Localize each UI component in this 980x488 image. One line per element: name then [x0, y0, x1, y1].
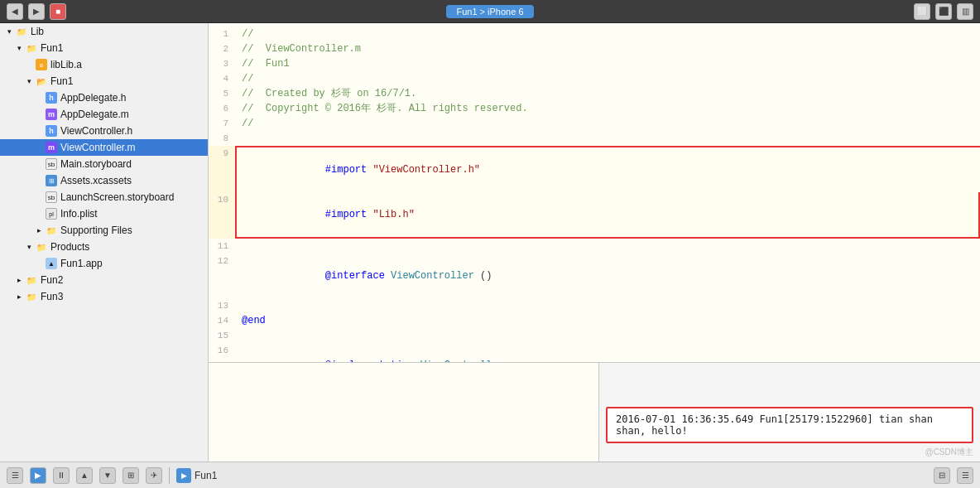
sidebar-label-viewcontroller-h: ViewController.h: [60, 125, 132, 137]
folder-open-icon-fun1: 📂: [35, 75, 48, 88]
arrow-supporting-files: [33, 225, 45, 236]
plist-icon: pl: [45, 207, 58, 220]
xcassets-icon: ⊞: [45, 174, 58, 187]
toolbar-btn-split[interactable]: ⊞: [122, 467, 139, 484]
sidebar-label-products: Products: [50, 241, 89, 253]
inspector-btn[interactable]: ☰: [957, 467, 973, 484]
folder-icon-fun2: 📁: [25, 273, 38, 287]
arrow-viewcontroller-h: [33, 125, 45, 137]
sidebar-label-main-storyboard: Main.storyboard: [60, 158, 132, 170]
console-output-box: 2016-07-01 16:36:35.649 Fun1[25179:15229…: [606, 407, 973, 443]
sidebar-item-supporting-files[interactable]: 📁 Supporting Files: [0, 222, 208, 239]
code-line-1: 1 //: [209, 27, 980, 41]
sidebar-item-viewcontroller-h[interactable]: h ViewController.h: [0, 123, 208, 139]
sidebar-item-launch-storyboard[interactable]: sb LaunchScreen.storyboard: [0, 189, 208, 205]
bottom-area: ☰ ▶ ⏸ ▲ ▼ ⊞ ✈ ▶ Fun1 ⊟ ☰: [0, 461, 980, 488]
folder-icon-products: 📁: [35, 240, 48, 254]
arrow-fun3: [13, 291, 25, 302]
code-line-7: 7 //: [209, 116, 980, 131]
arrow-appdelegate-m: [33, 109, 45, 120]
editor-area[interactable]: 1 // 2 // ViewController.m 3 // Fun1 4 /…: [209, 23, 980, 362]
stop-btn[interactable]: ■: [50, 3, 66, 20]
sidebar-label-fun1-group: Fun1: [50, 75, 73, 87]
scheme-selector[interactable]: Fun1 > iPhone 6: [446, 5, 533, 18]
target-icon: ▶: [176, 468, 191, 483]
folder-icon-fun1-root: 📁: [25, 41, 38, 55]
code-line-11: 11: [209, 239, 980, 254]
forward-btn[interactable]: ▶: [28, 3, 45, 20]
code-line-6: 6 // Copyright © 2016年 杉哥. All rights re…: [209, 101, 980, 116]
toolbar-btn-down[interactable]: ▼: [99, 467, 116, 484]
sidebar-item-fun1-root[interactable]: 📁 Fun1: [0, 40, 208, 56]
debug-area-left: [209, 363, 599, 461]
sidebar-item-fun1-app[interactable]: ▲ Fun1.app: [0, 255, 208, 272]
sidebar-label-lib: Lib: [31, 26, 44, 37]
arrow-fun1-root: [13, 42, 25, 54]
sidebar-label-supporting-files: Supporting Files: [60, 225, 132, 236]
arrow-appdelegate-h: [33, 92, 45, 104]
view-btn-1[interactable]: ⬜: [914, 3, 930, 20]
arrow-fun1-group: [23, 75, 35, 87]
view-btn-3[interactable]: ▥: [957, 3, 973, 20]
arrow-launch-storyboard: [33, 191, 45, 203]
sidebar-item-fun1-group[interactable]: 📂 Fun1: [0, 73, 208, 89]
sidebar-item-info-plist[interactable]: pl Info.plist: [0, 205, 208, 222]
pause-btn[interactable]: ▶: [30, 467, 46, 484]
separator-1: [169, 467, 170, 484]
code-line-13: 13: [209, 298, 980, 313]
arrow-fun2: [13, 274, 25, 286]
storyboard-icon-launch: sb: [45, 191, 58, 204]
console-toggle-btn[interactable]: ☰: [7, 467, 23, 484]
sidebar-item-fun3[interactable]: 📁 Fun3: [0, 288, 208, 305]
code-line-2: 2 // ViewController.m: [209, 41, 980, 56]
sidebar-label-assets: Assets.xcassets: [60, 175, 132, 186]
sidebar-label-viewcontroller-m: ViewController.m: [60, 142, 135, 153]
sidebar-item-lib[interactable]: 📁 Lib: [0, 23, 208, 40]
sidebar-item-appdelegate-m[interactable]: m AppDelegate.m: [0, 106, 208, 123]
bottom-toolbar: ☰ ▶ ⏸ ▲ ▼ ⊞ ✈ ▶ Fun1 ⊟ ☰: [0, 461, 980, 488]
view-btn-2[interactable]: ⬛: [935, 3, 952, 20]
folder-icon-fun3: 📁: [25, 290, 38, 303]
folder-icon-lib: 📁: [15, 25, 28, 38]
sidebar-label-liblib: libLib.a: [50, 59, 82, 70]
code-line-3: 3 // Fun1: [209, 56, 980, 71]
sidebar-item-liblib[interactable]: a libLib.a: [0, 56, 208, 73]
arrow-main-storyboard: [33, 158, 45, 170]
target-label: Fun1: [195, 470, 217, 481]
sidebar-label-fun2: Fun2: [41, 274, 63, 286]
storyboard-icon-main: sb: [45, 157, 58, 171]
code-line-15: 15: [209, 328, 980, 343]
split-view-btn[interactable]: ⊟: [934, 467, 950, 484]
sidebar-label-launch-storyboard: LaunchScreen.storyboard: [60, 191, 174, 203]
arrow-assets: [33, 175, 45, 186]
toolbar-btn-send[interactable]: ✈: [146, 467, 162, 484]
m-icon-appdelegate: m: [45, 108, 58, 121]
console-output-area: 2016-07-01 16:36:35.649 Fun1[25179:15229…: [599, 363, 980, 461]
arrow-lib: [3, 26, 15, 37]
sidebar-item-assets[interactable]: ⊞ Assets.xcassets: [0, 172, 208, 189]
folder-icon-supporting: 📁: [45, 224, 58, 237]
sidebar-label-fun3: Fun3: [41, 291, 63, 302]
code-editor[interactable]: 1 // 2 // ViewController.m 3 // Fun1 4 /…: [209, 23, 980, 362]
bottom-section: 2016-07-01 16:36:35.649 Fun1[25179:15229…: [209, 362, 980, 461]
sidebar-label-fun1-root: Fun1: [41, 42, 63, 54]
sidebar-item-viewcontroller-m[interactable]: m ViewController.m: [0, 139, 208, 156]
sidebar: 📁 Lib 📁 Fun1 a libLib.a 📂 Fun1 h AppDele…: [0, 23, 209, 461]
toolbar-btn-up[interactable]: ▲: [76, 467, 93, 484]
code-line-5: 5 // Created by 杉哥 on 16/7/1.: [209, 86, 980, 101]
sidebar-label-appdelegate-h: AppDelegate.h: [60, 92, 126, 104]
sidebar-item-main-storyboard[interactable]: sb Main.storyboard: [0, 156, 208, 172]
code-line-4: 4 //: [209, 71, 980, 86]
code-line-16: 16 @implementation ViewController: [209, 343, 980, 362]
sidebar-label-info-plist: Info.plist: [60, 208, 98, 220]
arrow-info-plist: [33, 208, 45, 220]
app-icon-fun1: ▲: [45, 257, 58, 270]
sidebar-item-products[interactable]: 📁 Products: [0, 239, 208, 255]
main-area: 📁 Lib 📁 Fun1 a libLib.a 📂 Fun1 h AppDele…: [0, 23, 980, 461]
sidebar-item-appdelegate-h[interactable]: h AppDelegate.h: [0, 89, 208, 106]
code-line-9: 9 #import "ViewController.h": [209, 146, 980, 192]
arrow-viewcontroller-m: [33, 142, 45, 153]
toolbar-btn-pause[interactable]: ⏸: [53, 467, 70, 484]
back-btn[interactable]: ◀: [7, 3, 23, 20]
sidebar-item-fun2[interactable]: 📁 Fun2: [0, 272, 208, 288]
